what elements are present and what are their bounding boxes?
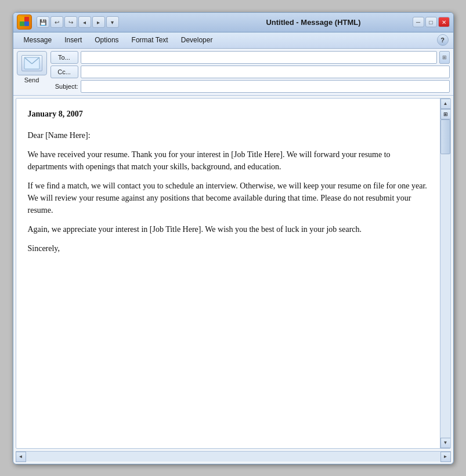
nav-right-button[interactable]: ▸: [92, 16, 105, 28]
close-button[interactable]: ✕: [438, 17, 450, 27]
quick-access-toolbar: 💾 ↩ ↪ ◂ ▸ ▾: [37, 16, 119, 28]
restore-button[interactable]: □: [425, 17, 437, 27]
closing: Sincerely,: [28, 242, 428, 255]
menu-options[interactable]: Options: [89, 34, 124, 46]
menu-developer[interactable]: Developer: [175, 34, 219, 46]
window-controls: ─ □ ✕: [413, 17, 450, 27]
message-body[interactable]: January 8, 2007 Dear [Name Here]: We hav…: [16, 99, 440, 448]
send-icon-box[interactable]: [17, 51, 47, 75]
send-area: Send: [17, 51, 47, 83]
subject-input[interactable]: [81, 80, 450, 93]
help-button[interactable]: ?: [437, 34, 449, 46]
paragraph-1: We have received your resume. Thank you …: [28, 148, 428, 173]
to-input[interactable]: [81, 51, 437, 64]
vertical-scrollbar[interactable]: ▲ ⊞ ▼: [440, 99, 450, 448]
scroll-corner-top[interactable]: ⊞: [440, 109, 451, 119]
greeting: Dear [Name Here]:: [28, 129, 428, 141]
undo-button[interactable]: ↩: [50, 16, 63, 28]
to-button[interactable]: To...: [50, 51, 78, 64]
svg-rect-2: [20, 21, 24, 26]
nav-left-button[interactable]: ◂: [78, 16, 91, 28]
svg-rect-3: [24, 21, 29, 26]
send-label: Send: [24, 77, 39, 83]
save-button[interactable]: 💾: [37, 16, 49, 28]
menu-message[interactable]: Message: [18, 34, 58, 46]
subject-row: Subject:: [50, 80, 450, 93]
title-bar-left: 💾 ↩ ↪ ◂ ▸ ▾: [17, 14, 215, 30]
minimize-button[interactable]: ─: [413, 17, 424, 27]
paragraph-2: If we find a match, we will contact you …: [28, 180, 428, 216]
scroll-track[interactable]: [440, 119, 450, 438]
main-window: 💾 ↩ ↪ ◂ ▸ ▾ Untitled - Message (HTML) ─ …: [13, 12, 454, 464]
body-wrapper: January 8, 2007 Dear [Name Here]: We hav…: [16, 98, 451, 449]
horizontal-scroll-track[interactable]: [26, 452, 440, 462]
cc-button[interactable]: Cc...: [50, 66, 78, 78]
redo-button[interactable]: ↪: [64, 16, 77, 28]
scroll-up-button[interactable]: ▲: [440, 99, 451, 109]
paragraph-3: Again, we appreciate your interest in [J…: [28, 223, 428, 235]
cc-row: Cc...: [50, 66, 450, 78]
scroll-left-button[interactable]: ◄: [16, 452, 26, 462]
office-logo: [17, 14, 32, 30]
ribbon-menu: Message Insert Options Format Text Devel…: [13, 32, 453, 49]
svg-rect-1: [24, 17, 29, 21]
scroll-down-button[interactable]: ▼: [440, 438, 451, 448]
scroll-right-button[interactable]: ►: [440, 452, 451, 462]
svg-rect-0: [20, 17, 24, 21]
menu-format-text[interactable]: Format Text: [126, 34, 174, 46]
fields-area: To... ⊞ Cc... Subject:: [50, 51, 450, 93]
send-icon: [21, 55, 42, 71]
menu-insert[interactable]: Insert: [59, 34, 88, 46]
title-bar: 💾 ↩ ↪ ◂ ▸ ▾ Untitled - Message (HTML) ─ …: [13, 13, 453, 32]
customize-button[interactable]: ▾: [106, 16, 119, 28]
to-row: To... ⊞: [50, 51, 450, 64]
window-title: Untitled - Message (HTML): [215, 18, 413, 27]
scroll-thumb[interactable]: [440, 119, 450, 154]
email-header: Send To... ⊞ Cc... Subject:: [13, 49, 453, 96]
horizontal-scrollbar[interactable]: ◄ ►: [16, 451, 451, 462]
cc-input[interactable]: [81, 66, 450, 78]
email-date: January 8, 2007: [28, 108, 428, 120]
edge-button[interactable]: ⊞: [439, 51, 450, 64]
subject-label: Subject:: [50, 83, 78, 90]
